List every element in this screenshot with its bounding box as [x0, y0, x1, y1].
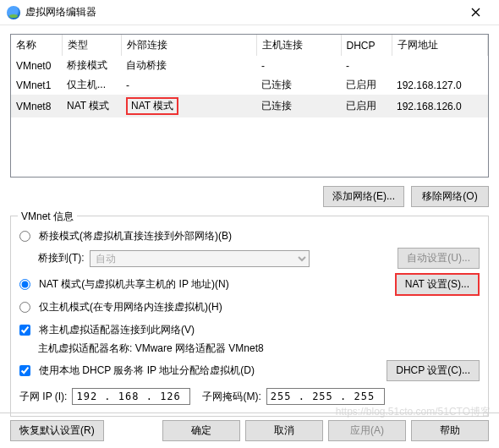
dhcp-settings-button[interactable]: DHCP 设置(C)... — [387, 360, 480, 381]
cell-type: 仅主机... — [62, 75, 121, 95]
restore-defaults-button[interactable]: 恢复默认设置(R) — [10, 420, 104, 441]
network-table[interactable]: 名称 类型 外部连接 主机连接 DHCP 子网地址 VMnet0桥接模式自动桥接… — [10, 34, 489, 178]
use-dhcp-label: 使用本地 DHCP 服务将 IP 地址分配给虚拟机(D) — [39, 363, 255, 378]
cell-type: 桥接模式 — [62, 56, 121, 75]
cell-host: - — [256, 56, 341, 75]
bridge-to-label: 桥接到(T): — [38, 251, 85, 265]
title-bar: 虚拟网络编辑器 — [0, 0, 499, 25]
use-dhcp-checkbox[interactable] — [19, 365, 30, 376]
group-title: VMnet 信息 — [18, 210, 77, 224]
nat-radio[interactable] — [19, 279, 30, 290]
nat-settings-button[interactable]: NAT 设置(S)... — [395, 273, 480, 296]
cell-dhcp: - — [341, 56, 392, 75]
cell-ext: 自动桥接 — [121, 56, 256, 75]
cell-subnet: 192.168.126.0 — [392, 95, 488, 117]
cell-type: NAT 模式 — [62, 95, 121, 117]
connect-host-checkbox[interactable] — [19, 325, 30, 336]
subnet-mask-input[interactable] — [266, 388, 385, 405]
cell-dhcp: 已启用 — [341, 95, 392, 117]
add-network-button[interactable]: 添加网络(E)... — [323, 186, 404, 207]
subnet-mask-label: 子网掩码(M): — [202, 390, 260, 404]
remove-network-button[interactable]: 移除网络(O) — [411, 186, 489, 207]
table-row[interactable]: VMnet1仅主机...-已连接已启用192.168.127.0 — [11, 75, 488, 95]
col-subnet[interactable]: 子网地址 — [392, 35, 488, 56]
cell-subnet — [392, 56, 488, 75]
col-host[interactable]: 主机连接 — [256, 35, 341, 56]
bridge-radio[interactable] — [19, 231, 30, 242]
table-row[interactable]: VMnet0桥接模式自动桥接-- — [11, 56, 488, 75]
cell-dhcp: 已启用 — [341, 75, 392, 95]
cell-ext: - — [121, 75, 256, 95]
apply-button[interactable]: 应用(A) — [328, 420, 406, 441]
vmnet-info-group: VMnet 信息 桥接模式(将虚拟机直接连接到外部网络)(B) 桥接到(T): … — [10, 216, 489, 417]
host-adapter-name: 主机虚拟适配器名称: VMware 网络适配器 VMnet8 — [38, 341, 264, 356]
close-button[interactable] — [458, 0, 492, 25]
subnet-ip-input[interactable] — [72, 388, 190, 405]
cell-name: VMnet8 — [11, 95, 62, 117]
cell-host: 已连接 — [256, 75, 341, 95]
auto-settings-button[interactable]: 自动设置(U)... — [398, 248, 480, 269]
cell-name: VMnet0 — [11, 56, 62, 75]
col-name[interactable]: 名称 — [11, 35, 62, 56]
close-icon — [471, 8, 480, 17]
hostonly-radio[interactable] — [19, 302, 30, 313]
dialog-footer: 恢复默认设置(R) 确定 取消 应用(A) 帮助 — [0, 412, 499, 448]
col-dhcp[interactable]: DHCP — [341, 35, 392, 56]
nat-radio-label: NAT 模式(与虚拟机共享主机的 IP 地址)(N) — [39, 277, 229, 292]
bridge-to-select[interactable]: 自动 — [90, 250, 310, 267]
cell-subnet: 192.168.127.0 — [392, 75, 488, 95]
table-header-row: 名称 类型 外部连接 主机连接 DHCP 子网地址 — [11, 35, 488, 56]
col-ext[interactable]: 外部连接 — [121, 35, 256, 56]
ok-button[interactable]: 确定 — [162, 420, 240, 441]
connect-host-label: 将主机虚拟适配器连接到此网络(V) — [39, 323, 195, 337]
subnet-ip-label: 子网 IP (I): — [19, 390, 67, 404]
help-button[interactable]: 帮助 — [411, 420, 489, 441]
cell-name: VMnet1 — [11, 75, 62, 95]
app-icon — [7, 6, 20, 19]
table-row[interactable]: VMnet8NAT 模式NAT 模式已连接已启用192.168.126.0 — [11, 95, 488, 117]
cell-ext: NAT 模式 — [121, 95, 256, 117]
cancel-button[interactable]: 取消 — [245, 420, 323, 441]
cell-host: 已连接 — [256, 95, 341, 117]
window-title: 虚拟网络编辑器 — [25, 5, 458, 19]
bridge-radio-label: 桥接模式(将虚拟机直接连接到外部网络)(B) — [39, 229, 232, 243]
col-type[interactable]: 类型 — [62, 35, 121, 56]
hostonly-radio-label: 仅主机模式(在专用网络内连接虚拟机)(H) — [39, 300, 222, 314]
